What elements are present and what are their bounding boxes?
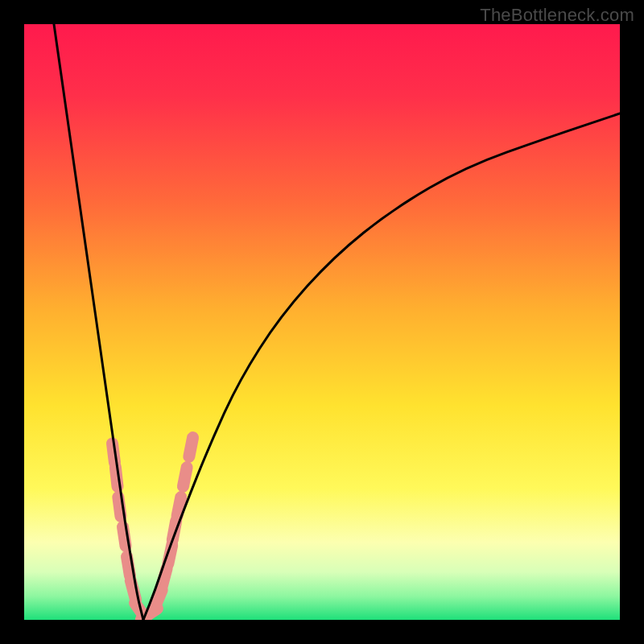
curve-left-branch xyxy=(54,24,143,620)
marker-capsule xyxy=(183,468,187,487)
chart-svg xyxy=(24,24,620,620)
marker-capsule xyxy=(189,438,193,457)
watermark-text: TheBottleneck.com xyxy=(480,5,634,26)
marker-capsule xyxy=(127,557,130,576)
marker-capsule xyxy=(118,497,121,517)
curve-right-branch xyxy=(143,114,620,620)
marker-capsule xyxy=(177,497,181,517)
outer-frame: TheBottleneck.com xyxy=(0,0,644,644)
plot-area xyxy=(24,24,620,620)
marker-layer xyxy=(113,438,193,620)
